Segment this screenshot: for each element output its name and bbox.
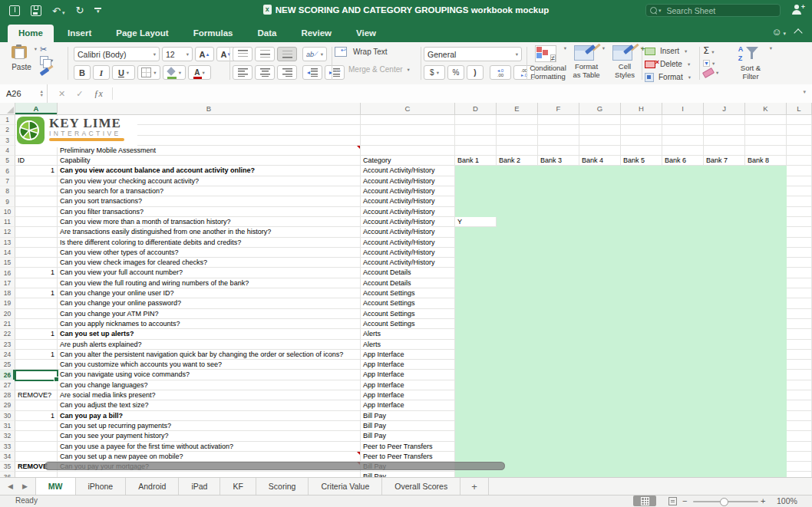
cell-C5[interactable]: Category bbox=[361, 156, 455, 166]
cell-L2[interactable] bbox=[787, 125, 812, 135]
cell-J31[interactable] bbox=[704, 421, 745, 431]
cell-G36[interactable] bbox=[579, 472, 621, 477]
cell-A20[interactable] bbox=[15, 309, 58, 319]
clear-button[interactable]: ▾ bbox=[703, 70, 718, 76]
cell-G1[interactable] bbox=[579, 115, 621, 125]
cell-A16[interactable]: 1 bbox=[15, 268, 58, 278]
cell-J18[interactable] bbox=[704, 288, 745, 298]
row-header-5[interactable]: 5 bbox=[0, 156, 15, 166]
cell-J17[interactable] bbox=[704, 278, 745, 288]
cell-H2[interactable] bbox=[621, 125, 662, 135]
cell-L16[interactable] bbox=[787, 268, 812, 278]
cell-C27[interactable]: App Interface bbox=[361, 380, 455, 390]
ribbon-tab-view[interactable]: View bbox=[345, 25, 387, 42]
cell-E5[interactable]: Bank 2 bbox=[497, 156, 538, 166]
cell-E31[interactable] bbox=[497, 421, 538, 431]
cell-E1[interactable] bbox=[497, 115, 538, 125]
cell-K30[interactable] bbox=[745, 411, 787, 421]
cell-K20[interactable] bbox=[745, 309, 787, 319]
normal-view-button[interactable] bbox=[633, 495, 656, 506]
cell-F33[interactable] bbox=[538, 442, 579, 452]
cell-L13[interactable] bbox=[787, 238, 812, 248]
format-cells-button[interactable]: Format▾ bbox=[645, 71, 698, 84]
cell-E27[interactable] bbox=[497, 380, 538, 390]
font-name-select[interactable]: Calibri (Body)▾ bbox=[74, 47, 160, 61]
cell-K27[interactable] bbox=[745, 380, 787, 390]
copy-icon[interactable] bbox=[40, 56, 48, 65]
zoom-slider-knob[interactable] bbox=[720, 498, 728, 506]
cell-C2[interactable] bbox=[361, 125, 455, 135]
cell-L34[interactable] bbox=[787, 452, 812, 462]
cell-C22[interactable]: Alerts bbox=[361, 329, 455, 339]
cell-A15[interactable] bbox=[15, 258, 58, 268]
cell-B8[interactable]: Can you search for a transaction? bbox=[58, 186, 361, 196]
cell-H7[interactable] bbox=[621, 176, 662, 186]
cell-J15[interactable] bbox=[704, 258, 745, 268]
sort-filter-button[interactable]: AZ▾ Sort &Filter bbox=[729, 45, 772, 81]
cell-L28[interactable] bbox=[787, 390, 812, 400]
cell-D22[interactable] bbox=[455, 329, 497, 339]
cell-F6[interactable] bbox=[538, 166, 579, 176]
cell-B27[interactable]: Can you change languages? bbox=[58, 380, 361, 390]
cell-F27[interactable] bbox=[538, 380, 579, 390]
cell-H32[interactable] bbox=[621, 431, 662, 441]
cell-L22[interactable] bbox=[787, 329, 812, 339]
row-header-29[interactable]: 29 bbox=[0, 400, 15, 410]
column-header-B[interactable]: B bbox=[58, 103, 361, 115]
cell-A23[interactable] bbox=[15, 340, 58, 350]
cell-F29[interactable] bbox=[538, 400, 579, 410]
cell-G6[interactable] bbox=[579, 166, 621, 176]
cell-H21[interactable] bbox=[621, 319, 662, 329]
cell-F7[interactable] bbox=[538, 176, 579, 186]
cell-B26[interactable]: Can you navigate using voice commands? bbox=[58, 370, 361, 380]
sheet-tab-iphone[interactable]: iPhone bbox=[76, 478, 127, 495]
cell-G17[interactable] bbox=[579, 278, 621, 288]
cell-B19[interactable]: Can you change your online password? bbox=[58, 298, 361, 308]
column-header-D[interactable]: D bbox=[455, 103, 497, 115]
cell-B34[interactable]: Can you set up a new payee on mobile? bbox=[58, 452, 361, 462]
align-right-button[interactable] bbox=[277, 65, 297, 80]
cell-H16[interactable] bbox=[621, 268, 662, 278]
cell-K10[interactable] bbox=[745, 207, 787, 217]
cell-L11[interactable] bbox=[787, 217, 812, 227]
cell-C24[interactable]: App Interface bbox=[361, 350, 455, 360]
cell-E19[interactable] bbox=[497, 298, 538, 308]
row-header-13[interactable]: 13 bbox=[0, 238, 15, 248]
cell-E7[interactable] bbox=[497, 176, 538, 186]
row-header-27[interactable]: 27 bbox=[0, 380, 15, 390]
cell-G9[interactable] bbox=[579, 196, 621, 206]
cell-K11[interactable] bbox=[745, 217, 787, 227]
cell-C4[interactable] bbox=[361, 146, 455, 156]
cell-D1[interactable] bbox=[455, 115, 497, 125]
cell-D19[interactable] bbox=[455, 298, 497, 308]
cell-E28[interactable] bbox=[497, 390, 538, 400]
cell-A7[interactable] bbox=[15, 176, 58, 186]
cell-D23[interactable] bbox=[455, 340, 497, 350]
cell-F24[interactable] bbox=[538, 350, 579, 360]
currency-button[interactable]: $▾ bbox=[424, 65, 445, 80]
cell-I31[interactable] bbox=[662, 421, 704, 431]
cell-I20[interactable] bbox=[662, 309, 704, 319]
cell-D30[interactable] bbox=[455, 411, 497, 421]
cell-K18[interactable] bbox=[745, 288, 787, 298]
cell-C16[interactable]: Account Details bbox=[361, 268, 455, 278]
cell-F31[interactable] bbox=[538, 421, 579, 431]
cell-D6[interactable] bbox=[455, 166, 497, 176]
cell-L9[interactable] bbox=[787, 196, 812, 206]
cell-D13[interactable] bbox=[455, 238, 497, 248]
row-header-26[interactable]: 26 bbox=[0, 370, 15, 380]
align-middle-button[interactable] bbox=[255, 47, 275, 61]
cell-G21[interactable] bbox=[579, 319, 621, 329]
row-header-10[interactable]: 10 bbox=[0, 207, 15, 217]
cell-D17[interactable] bbox=[455, 278, 497, 288]
cell-G15[interactable] bbox=[579, 258, 621, 268]
cell-C10[interactable]: Account Activity/History bbox=[361, 207, 455, 217]
cell-G27[interactable] bbox=[579, 380, 621, 390]
cell-I2[interactable] bbox=[662, 125, 704, 135]
cell-D20[interactable] bbox=[455, 309, 497, 319]
row-header-34[interactable]: 34 bbox=[0, 452, 15, 462]
cell-C32[interactable]: Bill Pay bbox=[361, 431, 455, 441]
name-box-stepper[interactable]: ▲▼ bbox=[40, 90, 44, 97]
cell-J10[interactable] bbox=[704, 207, 745, 217]
cell-L19[interactable] bbox=[787, 298, 812, 308]
